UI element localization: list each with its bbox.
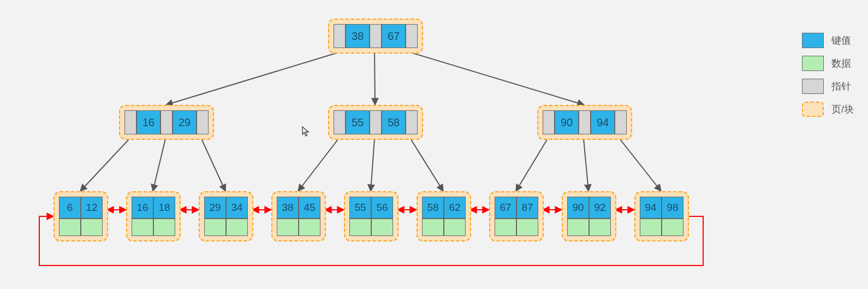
key-cell: 90: [555, 110, 579, 134]
data-cell: [567, 219, 589, 236]
data-cell: [371, 219, 393, 236]
data-cell: [277, 219, 299, 236]
leaf-node: 6 12: [53, 191, 108, 241]
legend-label: 页/块: [831, 103, 854, 116]
key-cell: 16: [132, 197, 153, 219]
key-cell: 94: [640, 197, 662, 219]
leaf-node: 58 62: [417, 191, 471, 241]
key-cell: 55: [346, 110, 370, 134]
internal-node: 16 29: [119, 105, 214, 140]
data-cell: [640, 219, 662, 236]
key-cell: 67: [495, 197, 516, 219]
svg-line-2: [411, 52, 584, 105]
root-node: 38 67: [328, 19, 423, 54]
svg-line-0: [166, 52, 338, 105]
svg-line-4: [153, 139, 165, 191]
key-cell: 38: [277, 197, 299, 219]
svg-line-11: [620, 139, 661, 191]
key-cell: 92: [589, 197, 611, 219]
pointer-cell: [370, 24, 382, 48]
data-cell: [495, 219, 516, 236]
leaf-node: 55 56: [344, 191, 399, 241]
data-cell: [299, 219, 320, 236]
data-cell: [662, 219, 683, 236]
data-cell: [59, 219, 81, 236]
pointer-cell: [406, 110, 418, 134]
key-cell: 45: [299, 197, 320, 219]
data-cell: [81, 219, 103, 236]
pointer-cell: [406, 24, 418, 48]
svg-line-9: [516, 139, 548, 191]
key-cell: 12: [81, 197, 103, 219]
svg-line-7: [371, 139, 374, 191]
key-cell: 16: [136, 110, 160, 134]
internal-node: 90 94: [537, 105, 632, 140]
data-cell: [589, 219, 611, 236]
pointer-cell: [334, 24, 346, 48]
key-cell: 90: [567, 197, 589, 219]
data-cell: [204, 219, 226, 236]
key-cell: 56: [371, 197, 393, 219]
key-cell: 34: [226, 197, 248, 219]
data-cell: [444, 219, 466, 236]
legend-item-data: 数据: [802, 56, 854, 71]
pointer-swatch: [802, 79, 824, 94]
key-cell: 94: [591, 110, 615, 134]
legend: 键值 数据 指针 页/块: [802, 33, 854, 117]
pointer-cell: [370, 110, 382, 134]
pointer-cell: [197, 110, 209, 134]
pointer-cell: [543, 110, 555, 134]
key-swatch: [802, 33, 824, 48]
svg-line-10: [584, 139, 588, 191]
pointer-cell: [124, 110, 136, 134]
data-cell: [132, 219, 153, 236]
data-cell: [349, 219, 371, 236]
leaf-node: 29 34: [199, 191, 253, 241]
data-cell: [153, 219, 175, 236]
legend-item-key: 键值: [802, 33, 854, 48]
svg-line-6: [298, 139, 338, 191]
key-cell: 98: [662, 197, 683, 219]
key-cell: 58: [382, 110, 406, 134]
legend-label: 指针: [831, 80, 851, 93]
data-cell: [226, 219, 248, 236]
pointer-cell: [334, 110, 346, 134]
leaf-node: 67 87: [489, 191, 544, 241]
internal-node: 55 58: [328, 105, 423, 140]
svg-line-5: [201, 139, 225, 191]
legend-item-pointer: 指针: [802, 79, 854, 94]
key-cell: 18: [153, 197, 175, 219]
data-cell: [422, 219, 444, 236]
key-cell: 38: [346, 24, 370, 48]
key-cell: 67: [382, 24, 406, 48]
key-cell: 29: [173, 110, 197, 134]
key-cell: 87: [516, 197, 538, 219]
svg-line-3: [80, 139, 129, 191]
cursor-icon: [302, 126, 310, 137]
leaf-node: 94 98: [634, 191, 689, 241]
leaf-node: 90 92: [562, 191, 616, 241]
pointer-cell: [579, 110, 591, 134]
key-cell: 29: [204, 197, 226, 219]
data-cell: [516, 219, 538, 236]
key-cell: 55: [349, 197, 371, 219]
pointer-cell: [615, 110, 627, 134]
bptree-diagram: 38 67 16 29 55 58 90 94: [0, 0, 868, 289]
data-swatch: [802, 56, 824, 71]
connector-layer: [0, 0, 868, 289]
page-swatch: [802, 102, 824, 117]
legend-item-page: 页/块: [802, 102, 854, 117]
leaf-node: 38 45: [271, 191, 326, 241]
svg-line-1: [374, 52, 375, 105]
key-cell: 58: [422, 197, 444, 219]
leaf-node: 16 18: [126, 191, 181, 241]
legend-label: 键值: [831, 34, 851, 47]
pointer-cell: [160, 110, 173, 134]
key-cell: 62: [444, 197, 466, 219]
svg-line-8: [411, 139, 443, 191]
legend-label: 数据: [831, 57, 851, 70]
key-cell: 6: [59, 197, 81, 219]
